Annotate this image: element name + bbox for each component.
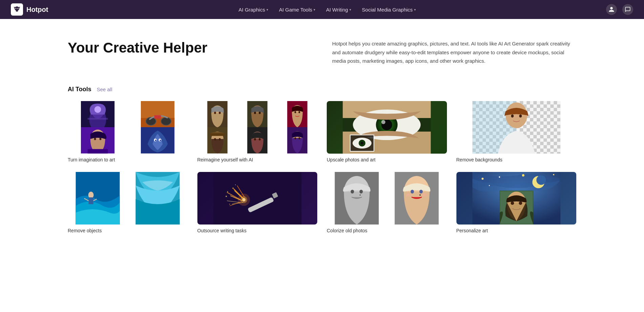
svg-rect-70 bbox=[89, 197, 93, 204]
thumb-cell bbox=[387, 172, 447, 225]
tool-thumbnail-personalize bbox=[456, 172, 577, 225]
tool-thumbnail-upscale bbox=[327, 101, 447, 154]
thumb-cell bbox=[128, 101, 188, 128]
svg-rect-74 bbox=[213, 172, 301, 225]
logo-text: Hotpot bbox=[26, 6, 48, 14]
svg-point-118 bbox=[511, 201, 514, 205]
nav-label-ai-graphics: AI Graphics bbox=[239, 7, 265, 13]
svg-point-104 bbox=[422, 193, 427, 197]
main-nav: Hotpot AI Graphics ▾ AI Game Tools ▾ AI … bbox=[0, 0, 644, 19]
nav-item-ai-game-tools[interactable]: AI Game Tools ▾ bbox=[274, 5, 320, 15]
svg-point-28 bbox=[254, 112, 256, 114]
thumb-cell bbox=[327, 172, 387, 225]
svg-point-97 bbox=[360, 194, 361, 196]
nav-label-social-media: Social Media Graphics bbox=[362, 7, 413, 13]
svg-point-33 bbox=[298, 111, 300, 113]
thumb-cell bbox=[68, 172, 128, 225]
svg-point-42 bbox=[259, 138, 261, 140]
hero-right: Hotpot helps you create amazing graphics… bbox=[332, 39, 576, 65]
nav-actions bbox=[606, 4, 633, 15]
tool-card-colorize[interactable]: Colorize old photos bbox=[327, 172, 447, 233]
svg-point-29 bbox=[259, 112, 261, 114]
svg-point-0 bbox=[16, 8, 17, 9]
tool-thumbnail-colorize bbox=[327, 172, 447, 225]
svg-point-5 bbox=[94, 106, 101, 113]
logo[interactable]: Hotpot bbox=[11, 3, 48, 16]
svg-point-95 bbox=[351, 190, 354, 193]
hero-left: Your Creative Helper bbox=[68, 39, 312, 56]
hero-title: Your Creative Helper bbox=[68, 39, 312, 56]
svg-rect-6 bbox=[88, 118, 108, 119]
svg-point-101 bbox=[420, 190, 423, 193]
svg-point-67 bbox=[519, 114, 522, 117]
tool-card-remove-objects[interactable]: Remove objects bbox=[68, 172, 188, 233]
nav-item-social-media[interactable]: Social Media Graphics ▾ bbox=[357, 5, 421, 15]
chevron-down-icon: ▾ bbox=[414, 8, 416, 12]
svg-point-32 bbox=[294, 111, 296, 113]
svg-point-1 bbox=[18, 8, 19, 9]
tool-thumbnail-remove-bg bbox=[456, 101, 577, 154]
tool-thumbnail-imagination bbox=[68, 101, 188, 154]
svg-point-65 bbox=[506, 102, 527, 128]
svg-point-91 bbox=[235, 184, 236, 185]
thumb-cell bbox=[277, 127, 317, 154]
svg-point-53 bbox=[381, 120, 385, 124]
thumb-cell bbox=[277, 101, 317, 128]
logo-icon bbox=[11, 3, 23, 16]
svg-point-41 bbox=[254, 138, 256, 140]
nav-item-ai-writing[interactable]: AI Writing ▾ bbox=[321, 5, 356, 15]
tool-card-personalize[interactable]: Personalize art bbox=[456, 172, 577, 233]
hero-section: Your Creative Helper Hotpot helps you cr… bbox=[0, 19, 644, 79]
svg-point-87 bbox=[238, 194, 250, 206]
chat-icon-button[interactable] bbox=[622, 4, 633, 15]
thumb-cell bbox=[68, 127, 128, 154]
tool-label: Colorize old photos bbox=[327, 228, 447, 233]
svg-point-119 bbox=[519, 201, 522, 205]
tool-thumbnail-reimagine bbox=[197, 101, 318, 154]
tool-label: Remove objects bbox=[68, 228, 188, 233]
chevron-down-icon: ▾ bbox=[349, 8, 351, 12]
nav-links: AI Graphics ▾ AI Game Tools ▾ AI Writing… bbox=[234, 5, 421, 15]
svg-rect-14 bbox=[88, 149, 108, 154]
chevron-down-icon: ▾ bbox=[314, 8, 315, 12]
tool-thumbnail-writing bbox=[197, 172, 318, 225]
thumb-cell bbox=[68, 101, 128, 128]
svg-point-66 bbox=[511, 114, 514, 117]
svg-point-16 bbox=[100, 138, 102, 140]
tool-card-writing[interactable]: Outsource writing tasks bbox=[197, 172, 318, 233]
tool-card-reimagine[interactable]: Reimagine yourself with AI bbox=[197, 101, 318, 162]
nav-item-ai-graphics[interactable]: AI Graphics ▾ bbox=[234, 5, 273, 15]
tool-label: Remove backgrounds bbox=[456, 157, 577, 162]
svg-point-25 bbox=[219, 112, 221, 114]
svg-point-37 bbox=[214, 138, 216, 140]
svg-point-103 bbox=[406, 193, 412, 197]
hero-description: Hotpot helps you create amazing graphics… bbox=[332, 39, 576, 65]
thumb-cell bbox=[197, 127, 237, 154]
svg-point-89 bbox=[227, 191, 228, 192]
thumb-cell bbox=[128, 127, 188, 154]
thumb-cell bbox=[128, 172, 188, 225]
thumb-cell bbox=[237, 127, 277, 154]
thumb-cell bbox=[197, 101, 237, 128]
tool-card-remove-bg[interactable]: Remove backgrounds bbox=[456, 101, 577, 162]
svg-point-21 bbox=[160, 140, 161, 141]
svg-point-107 bbox=[499, 176, 500, 178]
thumb-cell bbox=[237, 101, 277, 128]
svg-point-15 bbox=[94, 138, 96, 140]
svg-point-110 bbox=[553, 174, 554, 175]
svg-point-88 bbox=[232, 188, 234, 189]
tool-label: Outsource writing tasks bbox=[197, 228, 318, 233]
svg-point-111 bbox=[489, 185, 490, 186]
svg-point-10 bbox=[161, 117, 171, 125]
tool-card-imagination[interactable]: Turn imagination to art bbox=[68, 101, 188, 162]
svg-point-92 bbox=[226, 196, 227, 197]
user-icon-button[interactable] bbox=[606, 4, 617, 15]
tool-card-upscale[interactable]: Upscale photos and art bbox=[327, 101, 447, 162]
tools-section-title: AI Tools bbox=[68, 86, 91, 93]
svg-rect-11 bbox=[154, 115, 161, 118]
see-all-link[interactable]: See all bbox=[97, 86, 112, 92]
svg-point-38 bbox=[219, 138, 221, 140]
chevron-down-icon: ▾ bbox=[266, 8, 268, 12]
svg-point-90 bbox=[229, 203, 230, 204]
svg-point-24 bbox=[214, 112, 216, 114]
